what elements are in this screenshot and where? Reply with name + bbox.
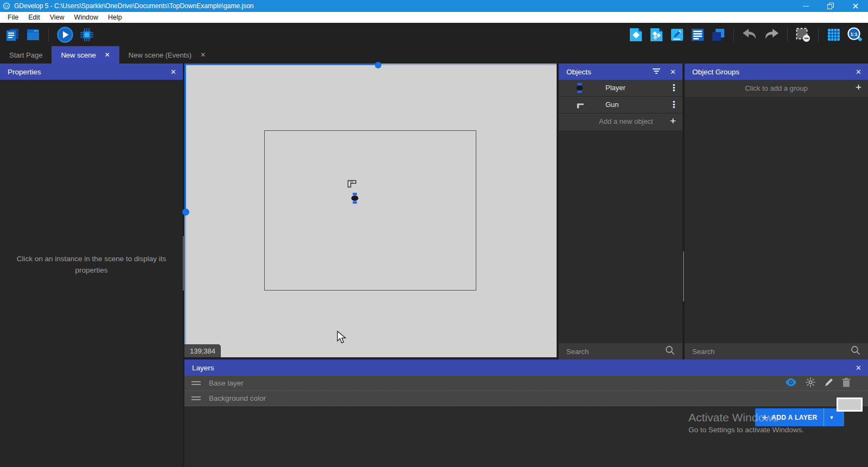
zoom-1-1-icon[interactable]: 1:1 [847,27,863,43]
edit-pencil-icon[interactable] [824,377,834,389]
svg-text:1:1: 1:1 [850,31,857,36]
vertical-scroll-thumb[interactable] [182,209,189,216]
menu-bar: File Edit View Window Help [0,12,868,23]
objects-header: Objects ✕ [559,64,682,80]
add-group-label: Click to add a group [745,84,808,92]
object-groups-header: Object Groups ✕ [685,64,868,80]
toolbar-separator [48,28,49,42]
layer-row-background-color[interactable]: Background color [184,391,868,406]
gun-instance[interactable] [347,180,357,190]
properties-header: Properties ✕ [0,64,183,80]
window-title: GDevelop 5 - C:\Users\Sparkle\OneDrive\D… [14,2,254,10]
objects-search-bar [559,343,682,359]
properties-empty-message: Click on an instance in the scene to dis… [0,254,183,276]
properties-scrollbar-thumb[interactable] [183,236,184,291]
game-window-bounds [264,130,476,291]
object-groups-panel: Object Groups ✕ Click to add a group + [685,64,868,359]
toolbar: 1:1 [0,23,868,46]
object-name: Gun [605,100,619,109]
start-page-icon[interactable] [25,27,41,42]
project-manager-icon[interactable] [5,27,20,42]
title-bar: G GDevelop 5 - C:\Users\Sparkle\OneDrive… [0,0,868,12]
panel-title: Properties [8,68,41,76]
redo-icon[interactable] [763,28,780,42]
gun-object-icon [576,102,585,111]
drag-handle-icon[interactable] [192,381,201,385]
tab-start-page[interactable]: Start Page [0,46,52,64]
object-groups-icon[interactable] [649,27,664,42]
object-row-gun[interactable]: Gun ⋮ [559,97,682,113]
menu-window[interactable]: Window [69,14,103,21]
minimize-button[interactable] [793,0,818,12]
toolbar-separator [733,28,734,42]
properties-panel: Properties ✕ Click on an instance in the… [0,64,183,467]
deselect-icon[interactable] [795,27,810,42]
objects-search-input[interactable] [566,348,665,356]
toolbar-left-group [5,26,94,43]
visibility-eye-icon[interactable] [785,378,797,389]
undo-icon[interactable] [742,28,758,42]
gdevelop-logo-icon: G [3,2,10,10]
menu-edit[interactable]: Edit [23,14,45,21]
chevron-down-icon[interactable]: ▼ [824,415,840,420]
object-menu-icon[interactable]: ⋮ [669,99,678,111]
plus-icon[interactable]: + [670,115,676,127]
effects-icon[interactable] [805,377,816,390]
close-icon[interactable]: ✕ [170,64,176,80]
horizontal-scroll-indicator[interactable] [184,64,557,65]
panel-title: Object Groups [692,68,739,76]
layers-toolbar-icon[interactable] [711,27,726,42]
objects-scrollbar-thumb[interactable] [683,251,684,301]
object-groups-search-input[interactable] [692,348,851,356]
close-button[interactable]: ✕ [843,0,868,12]
object-groups-search-bar [685,343,868,359]
player-object-icon [576,83,583,95]
add-group-row[interactable]: Click to add a group + [685,80,868,97]
debug-icon[interactable] [79,27,94,42]
close-icon[interactable]: ✕ [670,64,676,80]
add-layer-label: ADD A LAYER [771,414,817,421]
tab-new-scene-events[interactable]: New scene (Events) ✕ [119,46,215,64]
grid-icon[interactable] [826,27,841,42]
object-row-player[interactable]: Player ⋮ [559,80,682,97]
tab-label: Start Page [9,51,42,59]
close-icon[interactable]: ✕ [200,51,206,59]
tab-bar: Start Page New scene ✕ New scene (Events… [0,46,868,64]
player-instance[interactable] [351,193,359,206]
tab-label: New scene [61,51,95,59]
plus-icon[interactable]: + [856,81,861,93]
scene-properties-icon[interactable] [669,27,685,42]
objects-panel: Objects ✕ Player ⋮ Gun ⋮ Add a new objec… [559,64,682,359]
cursor-coordinates-badge: 139;384 [184,344,221,357]
layer-actions [785,376,851,391]
menu-help[interactable]: Help [103,14,127,21]
horizontal-scroll-thumb[interactable] [375,62,381,68]
activate-windows-watermark: Activate Windows [688,411,778,424]
toolbar-separator [818,28,819,42]
close-icon[interactable]: ✕ [856,359,861,376]
add-object-row[interactable]: Add a new object + [559,113,682,130]
layers-header: Layers ✕ [184,359,868,376]
toolbar-separator [787,28,788,42]
menu-file[interactable]: File [3,14,23,21]
play-preview-icon[interactable] [56,26,74,43]
tab-new-scene[interactable]: New scene ✕ [52,46,119,64]
restore-button[interactable] [818,0,843,12]
tab-label: New scene (Events) [129,51,192,59]
activate-windows-subtext: Go to Settings to activate Windows. [688,426,804,434]
layer-row-base[interactable]: Base layer [184,376,868,391]
background-color-swatch[interactable] [837,397,863,412]
close-icon[interactable]: ✕ [105,51,110,59]
close-icon[interactable]: ✕ [856,64,861,80]
object-menu-icon[interactable]: ⋮ [669,82,678,94]
drag-handle-icon[interactable] [192,396,201,400]
gdevelop-window: G GDevelop 5 - C:\Users\Sparkle\OneDrive… [0,0,868,467]
filter-icon[interactable] [652,67,661,77]
trash-icon[interactable] [842,377,851,389]
scene-canvas[interactable]: 139;384 [184,64,557,357]
add-object-icon[interactable] [628,27,643,42]
layer-name: Background color [209,394,266,402]
events-sheet-icon[interactable] [690,27,705,42]
mouse-cursor-icon [336,331,346,347]
menu-view[interactable]: View [45,14,69,21]
